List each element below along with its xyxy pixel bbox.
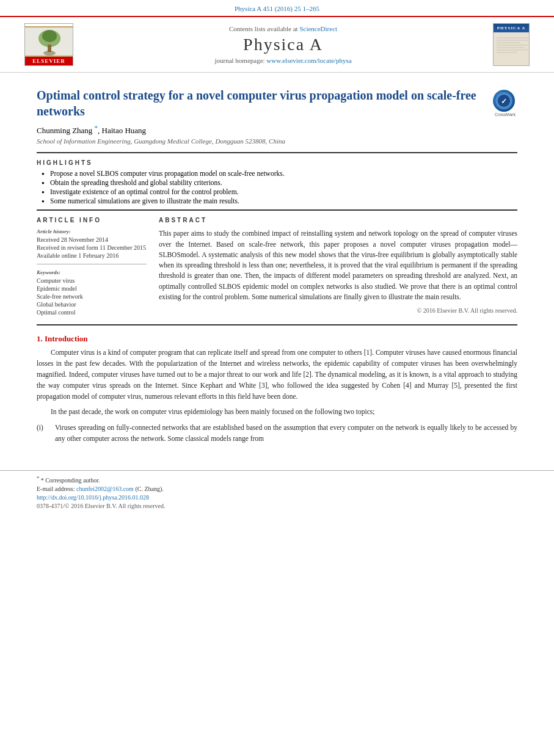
journal-name: Physica A [73, 35, 493, 54]
keyword-3: Scale-free network [37, 293, 147, 300]
article-info-col: ARTICLE INFO Article history: Received 2… [37, 217, 147, 317]
journal-link[interactable]: Physica A 451 (2016) 25 1–265 [235, 5, 319, 12]
keyword-5: Optimal control [37, 309, 147, 316]
svg-point-2 [42, 30, 57, 42]
highlight-item-1: Propose a novel SLBOS computer virus pro… [42, 170, 517, 177]
keyword-1: Computer virus [37, 277, 147, 284]
elsevier-logo-image [25, 26, 73, 57]
journal-header: ELSEVIER Contents lists available at Sci… [0, 16, 554, 73]
article-history-label: Article history: [37, 228, 147, 234]
crossmark-badge[interactable]: ✓ CrossMark [493, 90, 517, 114]
keywords-label: Keywords: [37, 269, 147, 275]
info-divider [37, 264, 147, 264]
keyword-4: Global behavior [37, 301, 147, 308]
highlight-item-2: Obtain the spreading threshold and globa… [42, 179, 517, 186]
svg-rect-5 [25, 26, 73, 27]
physica-thumb-label: PHYSICA A [494, 24, 529, 32]
authors: Chunming Zhang *, Haitao Huang [37, 124, 517, 136]
author-huang: Haitao Huang [102, 126, 147, 135]
elsevier-logo: ELSEVIER [24, 23, 73, 66]
footer: * * Corresponding author. E-mail address… [0, 470, 554, 515]
crossmark-icon: ✓ [493, 90, 515, 112]
list-label-i: (i) [37, 423, 55, 445]
abstract-col: ABSTRACT This paper aims to study the co… [159, 217, 517, 317]
homepage-link[interactable]: www.elsevier.com/locate/physa [266, 57, 351, 64]
highlights-divider [37, 209, 517, 211]
affiliation: School of Information Engineering, Guang… [37, 137, 517, 145]
svg-rect-6 [25, 56, 73, 57]
info-abstract-section: ARTICLE INFO Article history: Received 2… [37, 217, 517, 317]
contents-line: Contents lists available at ScienceDirec… [73, 25, 493, 32]
footer-email: E-mail address: chunfei2002@163.com (C. … [37, 485, 517, 492]
svg-rect-7 [495, 34, 530, 57]
sciencedirect-link[interactable]: ScienceDirect [299, 25, 337, 32]
author-asterisk: * [95, 124, 98, 131]
doi-link[interactable]: http://dx.doi.org/10.1016/j.physa.2016.0… [37, 494, 149, 501]
elsevier-label: ELSEVIER [25, 57, 73, 65]
svg-text:✓: ✓ [501, 97, 507, 106]
available-date: Available online 1 February 2016 [37, 252, 147, 259]
intro-para1: Computer virus is a kind of computer pro… [37, 347, 517, 402]
journal-citation: Physica A 451 (2016) 25 1–265 [0, 0, 554, 16]
title-divider [37, 152, 517, 153]
introduction-section: 1. Introduction Computer virus is a kind… [37, 334, 517, 445]
intro-list-item-i: (i) Viruses spreading on fully-connected… [37, 423, 517, 445]
journal-homepage: journal homepage: www.elsevier.com/locat… [73, 57, 493, 64]
footer-email-label: E-mail address: [37, 485, 75, 492]
abstract-text: This paper aims to study the combined im… [159, 228, 517, 302]
abstract-divider [37, 324, 517, 325]
physica-thumbnail: PHYSICA A [493, 23, 530, 66]
article-title-section: Optimal control strategy for a novel com… [37, 87, 517, 119]
footer-email-suffix: (C. Zhang). [135, 485, 163, 492]
footer-asterisk: * [37, 476, 39, 481]
highlights-section: HIGHLIGHTS Propose a novel SLBOS compute… [37, 159, 517, 205]
keyword-2: Epidemic model [37, 285, 147, 292]
footer-email-link[interactable]: chunfei2002@163.com [76, 485, 134, 492]
highlight-item-4: Some numerical simulations are given to … [42, 197, 517, 205]
highlight-item-3: Investigate existence of an optimal cont… [42, 188, 517, 195]
journal-center: Contents lists available at ScienceDirec… [73, 25, 493, 64]
svg-point-4 [43, 51, 56, 56]
footer-issn: 0378-4371/© 2016 Elsevier B.V. All right… [37, 503, 517, 509]
revised-date: Received in revised form 11 December 201… [37, 244, 147, 251]
copyright: © 2016 Elsevier B.V. All rights reserved… [159, 307, 517, 314]
article-info-title: ARTICLE INFO [37, 217, 147, 224]
list-content-i: Viruses spreading on fully-connected net… [55, 423, 517, 445]
abstract-title: ABSTRACT [159, 217, 517, 224]
footer-doi: http://dx.doi.org/10.1016/j.physa.2016.0… [37, 494, 517, 501]
page: Physica A 451 (2016) 25 1–265 ELSE [0, 0, 554, 756]
author-zhang: Chunming Zhang [37, 126, 92, 135]
article-title: Optimal control strategy for a novel com… [37, 87, 483, 119]
introduction-heading: 1. Introduction [37, 334, 517, 344]
intro-para2: In the past decade, the work on computer… [37, 407, 517, 418]
highlights-title: HIGHLIGHTS [37, 159, 517, 166]
footer-corresponding: * * Corresponding author. [37, 476, 517, 484]
main-content: Optimal control strategy for a novel com… [0, 73, 554, 460]
received-date: Received 28 November 2014 [37, 236, 147, 243]
highlights-list: Propose a novel SLBOS computer virus pro… [42, 170, 517, 205]
